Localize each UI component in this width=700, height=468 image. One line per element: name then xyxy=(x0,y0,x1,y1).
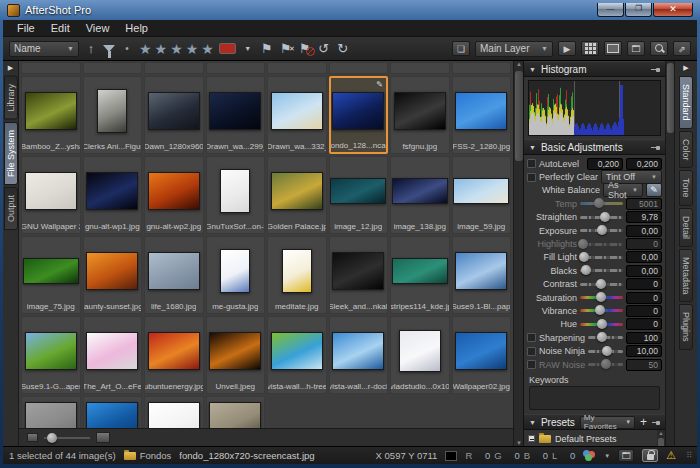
thumbnail-cell[interactable]: meditate.jpg xyxy=(267,236,327,314)
tab-plugins[interactable]: Plugins xyxy=(679,304,693,350)
large-thumbnail-icon[interactable] xyxy=(96,432,110,443)
collapse-icon[interactable]: ▼ xyxy=(529,419,536,426)
slider-knob[interactable] xyxy=(597,319,607,329)
titlebar[interactable]: AfterShot Pro — ❐ ✕ xyxy=(3,0,697,20)
slider-track[interactable] xyxy=(580,243,623,246)
slider-track[interactable] xyxy=(580,229,623,232)
warning-icon[interactable]: ⚠ xyxy=(666,449,676,462)
panel-scrollbar[interactable] xyxy=(665,61,674,446)
fullscreen-icon[interactable]: ⇗ xyxy=(673,41,691,56)
thumbnail-cell[interactable]: GnuTuxSof...on-v1.jpg xyxy=(206,156,266,234)
thumbnail-cell[interactable]: stripes114_kde.jpg xyxy=(390,236,450,314)
thumbnail-cell[interactable]: jaunty-sunset.jpg xyxy=(83,236,143,314)
slider-knob[interactable] xyxy=(597,225,607,235)
collapse-left-panel-icon[interactable]: ▶ xyxy=(8,61,13,75)
slider-track[interactable] xyxy=(580,283,623,286)
thumbnail-cell[interactable] xyxy=(206,62,266,74)
slider-knob[interactable] xyxy=(601,359,611,369)
slider-knob[interactable] xyxy=(47,433,57,443)
menu-edit[interactable]: Edit xyxy=(43,21,78,35)
small-thumbnail-icon[interactable] xyxy=(27,433,38,442)
thumbnail-cell[interactable]: gnu-alt-wp1.jpg xyxy=(83,156,143,234)
scrollbar-thumb[interactable] xyxy=(658,438,664,446)
multi-image-view-icon[interactable] xyxy=(581,41,599,56)
value-box[interactable]: 0,200 xyxy=(626,158,662,170)
histogram-header[interactable]: ▼ Histogram xyxy=(524,61,665,77)
proof-icon[interactable]: 🗔 xyxy=(618,449,634,462)
value-box[interactable]: 0,00 xyxy=(626,265,662,277)
menu-help[interactable]: Help xyxy=(117,21,156,35)
chevron-down-icon[interactable]: ▼ xyxy=(604,453,610,459)
tab-color[interactable]: Color xyxy=(679,131,693,169)
browse-view-icon[interactable] xyxy=(604,41,622,56)
sort-select[interactable]: Name ▼ xyxy=(9,41,79,57)
thumbnail-cell[interactable] xyxy=(144,62,204,74)
thumbnail-cell[interactable]: Golden Palace.jpg xyxy=(267,156,327,234)
slider-track[interactable] xyxy=(580,216,623,219)
thumbnail-cell[interactable]: vladstudio...0x1024.jpg xyxy=(390,316,450,394)
collapse-minus-icon[interactable] xyxy=(528,435,535,442)
presets-header[interactable]: ▼ Presets My Favorites ▼ + xyxy=(524,414,665,430)
thumbnail-cell[interactable] xyxy=(83,396,143,428)
thumbnail-cell[interactable]: image_75.jpg xyxy=(21,236,81,314)
pin-icon[interactable] xyxy=(652,419,660,426)
thumbnail-cell[interactable]: image_138.jpg xyxy=(390,156,450,234)
tab-metadata[interactable]: Metadata xyxy=(679,249,693,303)
value-box[interactable]: 0,200 xyxy=(587,158,623,170)
tab-detail[interactable]: Detail xyxy=(679,208,693,247)
thumbnail-cell[interactable]: gnu-alt-wp2.jpg xyxy=(144,156,204,234)
filter-icon[interactable] xyxy=(103,45,115,52)
slideshow-icon[interactable]: ▶ xyxy=(558,41,576,56)
pin-icon[interactable] xyxy=(651,66,660,73)
slider-track[interactable] xyxy=(580,202,623,205)
slider-knob[interactable] xyxy=(596,279,606,289)
thumbnail-cell[interactable]: life_1680.jpg xyxy=(144,236,204,314)
slider-knob[interactable] xyxy=(594,198,604,208)
thumbnail-cell[interactable] xyxy=(144,396,204,428)
value-box[interactable]: 0,00 xyxy=(626,251,662,263)
scrollbar-thumb[interactable] xyxy=(515,71,523,161)
thumbnail-cell[interactable] xyxy=(21,62,81,74)
close-button[interactable]: ✕ xyxy=(653,3,693,17)
menu-view[interactable]: View xyxy=(78,21,118,35)
slider-knob[interactable] xyxy=(597,332,607,342)
flag-reject-icon[interactable]: ⚑ xyxy=(279,41,293,57)
layer-select[interactable]: Main Layer ▼ xyxy=(475,41,553,57)
thumbnail-cell[interactable] xyxy=(390,62,450,74)
value-box[interactable]: 0 xyxy=(626,305,662,317)
preset-item[interactable]: B&W - IR Simulation xyxy=(528,445,663,446)
slider-track[interactable] xyxy=(580,256,623,259)
checkbox[interactable] xyxy=(527,173,536,182)
slider-knob[interactable] xyxy=(602,346,612,356)
slider-track[interactable] xyxy=(588,350,623,353)
value-box[interactable]: 5001 xyxy=(626,198,662,210)
thumbnail-cell[interactable] xyxy=(83,62,143,74)
value-box[interactable]: 0 xyxy=(626,238,662,250)
slider-track[interactable] xyxy=(588,363,623,366)
slider-track[interactable] xyxy=(580,323,623,326)
star-icon[interactable]: ★ xyxy=(139,41,152,57)
thumbnail-cell[interactable] xyxy=(21,396,81,428)
thumbnail-cell[interactable]: fondo_128...ncast.jpg✎ xyxy=(329,76,389,154)
eyedropper-button[interactable]: ✎ xyxy=(646,183,662,197)
tab-file-system[interactable]: File System xyxy=(4,122,18,185)
slider-track[interactable] xyxy=(580,309,623,312)
presets-scrollbar[interactable]: ▲ xyxy=(657,430,665,446)
collapse-right-panel-icon[interactable]: ▶ xyxy=(683,61,688,75)
slider-track[interactable] xyxy=(580,296,623,299)
value-box[interactable]: 0 xyxy=(626,318,662,330)
grid-scrollbar[interactable]: ▲ ▼ xyxy=(513,61,523,446)
value-box[interactable]: 50 xyxy=(626,359,662,371)
thumbnail-cell[interactable]: Bamboo_Z...ysha.jpg xyxy=(21,76,81,154)
slider-track[interactable] xyxy=(588,336,623,339)
tab-tone[interactable]: Tone xyxy=(679,170,693,206)
color-label-dropdown-icon[interactable]: ▼ xyxy=(241,41,255,57)
slider-knob[interactable] xyxy=(579,252,589,262)
presets-filter-select[interactable]: My Favorites ▼ xyxy=(580,416,635,429)
thumbnail-cell[interactable] xyxy=(329,62,389,74)
checkbox[interactable] xyxy=(527,347,536,356)
thumbnail-cell[interactable] xyxy=(267,62,327,74)
slider-track[interactable] xyxy=(580,269,623,272)
thumbnail-cell[interactable]: Wallpaper02.jpg xyxy=(452,316,512,394)
current-folder[interactable]: Fondos xyxy=(124,450,172,461)
